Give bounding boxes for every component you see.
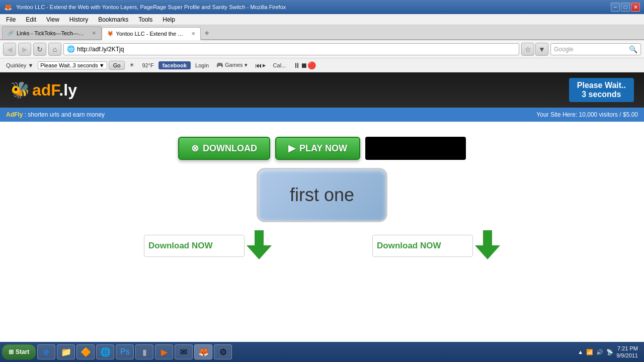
download-icon: ⊗ [191,143,199,154]
home-button[interactable]: ⌂ [48,43,61,56]
download-now-right-label: Download NOW [377,241,441,251]
time-display: 7:21 PM 9/9/2011 [616,345,638,359]
menu-view[interactable]: View [42,15,63,24]
download-row: Download NOW Download NOW [144,230,500,261]
bookmark-facebook[interactable]: facebook [158,61,191,69]
taskbar-folder[interactable]: 📁 [57,344,75,359]
star-button[interactable]: ☆ [521,43,534,56]
adfly-subheader: AdFly : shorten urls and earn money Your… [0,108,644,122]
wait-line2: 3 seconds [577,90,626,99]
bookmarksbar: Quirkley ▼ Please Wait..3 seconds ▼ Go ☀… [0,58,644,72]
search-bar[interactable]: Google 🔍 [550,43,641,55]
taskbar-vlc[interactable]: 🔶 [76,344,95,359]
email-icon: ✉ [180,347,187,357]
bookmark-icons-2: Cal... [270,61,289,69]
playnow-label: PLAY NOW [299,143,347,154]
forward-button[interactable]: ▶ [18,43,31,56]
wait-dropdown-icon[interactable]: ▼ [99,62,105,68]
taskbar-firefox[interactable]: 🦊 [194,344,212,359]
tab-2-label: Yontoo LLC - Extend the Web with Yo... [116,31,187,37]
taskbar-winamp[interactable]: ▶ [155,344,173,359]
new-tab-button[interactable]: + [201,27,213,39]
taskbar: ⊞ Start e 📁 🔶 🌐 Ps ▮ ▶ ✉ 🦊 ⚙ ▲ 📶 🔊 📡 7:2… [0,342,644,362]
play-icon: ▶ [288,143,295,154]
ie-icon: e [44,347,49,357]
taskbar-tray: ▲ 📶 🔊 📡 7:21 PM 9/9/2011 [574,345,642,359]
svg-rect-2 [483,230,492,246]
bookmark-icons-1: ⏮▶ [252,60,269,70]
menu-file[interactable]: File [2,15,20,24]
menu-help[interactable]: Help [158,15,179,24]
tab-1-label: Links - TickToks---Tech---Site [17,30,87,36]
tab-1[interactable]: 🔗 Links - TickToks---Tech---Site × [2,26,102,39]
tab-1-close[interactable]: × [92,29,96,37]
adfly-brand-link[interactable]: AdFly [6,111,23,118]
menu-tools[interactable]: Tools [134,15,156,24]
tray-volume-icon: 🔊 [596,349,603,355]
download-now-left-button[interactable]: Download NOW [144,235,245,257]
logo-ad: ad [32,81,51,99]
bookmark-weather: 92°F [139,61,156,69]
wait-line1: Please Wait.. [577,81,626,90]
adfly-tagline-text: : shorten urls and earn money [25,111,105,118]
left-arrow-container [247,230,272,261]
bookmark-button[interactable]: ▼ [535,43,548,56]
close-button[interactable]: ✕ [631,3,640,12]
taskbar-misc[interactable]: ⚙ [214,344,232,359]
folder-icon: 📁 [61,347,71,357]
download-now-right-button[interactable]: Download NOW [372,235,473,257]
menubar: File Edit View History Bookmarks Tools H… [0,14,644,25]
terminal-icon: ▮ [142,347,147,357]
time-text: 7:21 PM [616,345,638,352]
search-placeholder: Google [554,46,574,53]
bookmark-wait[interactable]: Please Wait..3 seconds ▼ [38,61,107,69]
wait-countdown-badge: Please Wait.. 3 seconds [569,78,634,102]
tab-2[interactable]: 🦊 Yontoo LLC - Extend the Web with Yo...… [102,27,201,40]
playnow-button[interactable]: ▶ PLAY NOW [275,137,360,160]
download-button[interactable]: ⊗ DOWNLOAD [178,137,270,160]
window-controls: − □ ✕ [611,3,640,12]
download-label: DOWNLOAD [203,143,257,154]
refresh-button[interactable]: ↻ [33,43,46,56]
date-text: 9/9/2011 [616,352,638,359]
firefox-icon: 🦊 [198,347,209,357]
taskbar-chrome[interactable]: 🌐 [96,344,114,359]
bookmark-icons-3: ⏸⏹🔴 [290,60,319,70]
address-bar[interactable]: 🌐 http://adf.ly/2KTjq [63,43,519,55]
bookmark-login[interactable]: Login [192,61,212,69]
taskbar-ie[interactable]: e [37,344,55,359]
back-button[interactable]: ◀ [3,43,16,56]
wait-label: Please Wait..3 seconds [40,62,98,68]
adfly-tagline: AdFly : shorten urls and earn money [6,111,105,118]
menu-history[interactable]: History [65,15,92,24]
chrome-icon: 🌐 [100,347,111,357]
maximize-button[interactable]: □ [621,3,630,12]
navbar: ◀ ▶ ↻ ⌂ 🌐 http://adf.ly/2KTjq ☆ ▼ Google… [0,40,644,58]
address-icon: 🌐 [67,45,75,53]
tabbar: 🔗 Links - TickToks---Tech---Site × 🦊 Yon… [0,25,644,40]
adfly-logo: 🐝 adF.ly [10,80,77,100]
tray-icon-1: ▲ [578,349,583,355]
logo-text: adF.ly [32,81,77,100]
svg-rect-0 [255,230,264,246]
adfly-promo: Your Site Here: 10,000 visitors / $5.00 [536,111,638,118]
start-label: Start [16,348,29,355]
logo-bee-icon: 🐝 [10,80,30,100]
taskbar-email[interactable]: ✉ [175,344,193,359]
start-button[interactable]: ⊞ Start [2,344,36,359]
bookmark-games[interactable]: 🎮 Games ▾ [213,61,251,69]
taskbar-terminal[interactable]: ▮ [135,344,153,359]
window-titlebar: 🦊 Yontoo LLC - Extend the Web with Yonto… [0,0,644,14]
tab-2-close[interactable]: × [192,30,196,37]
right-arrow-container [475,230,500,261]
bookmark-go[interactable]: Go [109,61,125,70]
bookmark-quickley[interactable]: Quirkley ▼ [3,61,36,69]
menu-bookmarks[interactable]: Bookmarks [94,15,132,24]
taskbar-photoshop[interactable]: Ps [116,344,134,359]
minimize-button[interactable]: − [611,3,620,12]
search-icon[interactable]: 🔍 [629,45,637,53]
photoshop-icon: Ps [120,347,130,356]
download-now-left-label: Download NOW [148,241,212,251]
menu-edit[interactable]: Edit [22,15,40,24]
center-label-box: first one [257,168,387,222]
